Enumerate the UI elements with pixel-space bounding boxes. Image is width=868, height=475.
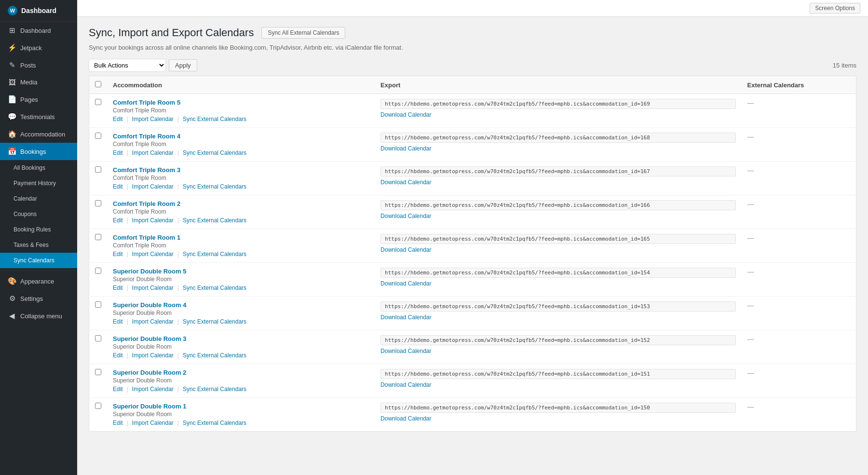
edit-link[interactable]: Edit [113,386,123,393]
sidebar-item-label: Testimonials [20,113,55,121]
export-url: https://hbdemo.getmotopress.com/w70z4tm2… [380,166,735,176]
download-calendar-link[interactable]: Download Calendar [380,314,431,321]
row-checkbox[interactable] [95,268,101,274]
download-calendar-link[interactable]: Download Calendar [380,213,431,219]
download-calendar-link[interactable]: Download Calendar [380,179,431,186]
edit-link[interactable]: Edit [113,217,123,224]
sync-external-link[interactable]: Sync External Calendars [183,285,246,291]
sync-external-link[interactable]: Sync External Calendars [183,217,246,224]
download-calendar-link[interactable]: Download Calendar [380,111,431,118]
select-all-header[interactable] [89,76,108,94]
row-checkbox[interactable] [95,200,101,206]
sync-external-link[interactable]: Sync External Calendars [183,149,246,156]
sidebar-item-collapse[interactable]: ◀ Collapse menu [0,307,77,325]
edit-link[interactable]: Edit [113,352,123,359]
sidebar-item-jetpack[interactable]: ⚡ Jetpack [0,39,77,56]
import-calendar-link[interactable]: Import Calendar [132,183,174,190]
sync-external-link[interactable]: Sync External Calendars [183,352,246,359]
apply-button[interactable]: Apply [169,59,197,71]
edit-link[interactable]: Edit [113,285,123,291]
sync-external-link[interactable]: Sync External Calendars [183,183,246,190]
download-calendar-link[interactable]: Download Calendar [380,145,431,152]
sidebar-item-coupons[interactable]: Coupons [0,206,77,222]
sync-external-link[interactable]: Sync External Calendars [183,420,246,426]
sync-external-link[interactable]: Sync External Calendars [183,318,246,325]
sidebar-item-media[interactable]: 🖼 Media [0,74,77,91]
import-calendar-link[interactable]: Import Calendar [132,420,174,426]
row-checkbox[interactable] [95,301,101,308]
sidebar-item-bookings[interactable]: 📅 Bookings [0,143,77,160]
row-checkbox[interactable] [95,335,101,341]
sidebar-item-posts[interactable]: ✎ Posts [0,56,77,74]
room-name-link[interactable]: Comfort Triple Room 1 [113,234,180,241]
download-calendar-link[interactable]: Download Calendar [380,348,431,354]
row-checkbox-cell[interactable] [89,162,108,195]
row-checkbox[interactable] [95,369,101,375]
row-checkbox[interactable] [95,234,101,240]
download-calendar-link[interactable]: Download Calendar [380,246,431,253]
import-calendar-link[interactable]: Import Calendar [132,251,174,258]
import-calendar-link[interactable]: Import Calendar [132,386,174,393]
edit-link[interactable]: Edit [113,149,123,156]
room-type: Comfort Triple Room [113,208,369,215]
sidebar-item-appearance[interactable]: 🎨 Appearance [0,272,77,290]
accommodation-cell: Comfort Triple Room 3 Comfort Triple Roo… [107,162,375,195]
edit-link[interactable]: Edit [113,420,123,426]
sidebar-item-settings[interactable]: ⚙ Settings [0,290,77,307]
import-calendar-link[interactable]: Import Calendar [132,285,174,291]
download-calendar-link[interactable]: Download Calendar [380,381,431,388]
row-checkbox-cell[interactable] [89,398,108,432]
row-checkbox[interactable] [95,403,101,409]
room-name-link[interactable]: Comfort Triple Room 3 [113,166,180,174]
edit-link[interactable]: Edit [113,318,123,325]
room-name-link[interactable]: Comfort Triple Room 5 [113,99,180,106]
import-calendar-link[interactable]: Import Calendar [132,116,174,122]
bulk-actions-select[interactable]: Bulk Actions [89,59,166,72]
edit-link[interactable]: Edit [113,116,123,122]
import-calendar-link[interactable]: Import Calendar [132,318,174,325]
sidebar-item-all-bookings[interactable]: All Bookings [0,160,77,176]
sidebar-item-payment-history[interactable]: Payment History [0,176,77,191]
row-checkbox[interactable] [95,166,101,173]
action-separator: | [177,149,179,156]
row-checkbox-cell[interactable] [89,229,108,263]
edit-link[interactable]: Edit [113,251,123,258]
import-calendar-link[interactable]: Import Calendar [132,352,174,359]
room-name-link[interactable]: Comfort Triple Room 2 [113,200,180,207]
room-name-link[interactable]: Comfort Triple Room 4 [113,133,180,140]
row-checkbox-cell[interactable] [89,94,108,128]
row-checkbox-cell[interactable] [89,263,108,297]
download-calendar-link[interactable]: Download Calendar [380,415,431,422]
sidebar-item-accommodation[interactable]: 🏠 Accommodation [0,125,77,143]
row-checkbox[interactable] [95,99,101,105]
room-name-link[interactable]: Superior Double Room 3 [113,335,186,342]
sync-external-link[interactable]: Sync External Calendars [183,386,246,393]
sidebar-item-testimonials[interactable]: 💬 Testimonials [0,108,77,125]
row-checkbox-cell[interactable] [89,297,108,330]
import-calendar-link[interactable]: Import Calendar [132,149,174,156]
room-name-link[interactable]: Superior Double Room 1 [113,403,186,410]
row-checkbox-cell[interactable] [89,128,108,162]
screen-options-button[interactable]: Screen Options [810,3,860,14]
sync-external-link[interactable]: Sync External Calendars [183,116,246,122]
room-name-link[interactable]: Superior Double Room 5 [113,268,186,275]
select-all-checkbox[interactable] [95,81,101,87]
sidebar-item-booking-rules[interactable]: Booking Rules [0,222,77,237]
row-checkbox-cell[interactable] [89,364,108,398]
row-checkbox[interactable] [95,133,101,139]
download-calendar-link[interactable]: Download Calendar [380,280,431,287]
sync-all-button[interactable]: Sync All External Calendars [261,27,345,39]
import-calendar-link[interactable]: Import Calendar [132,217,174,224]
row-checkbox-cell[interactable] [89,330,108,364]
edit-link[interactable]: Edit [113,183,123,190]
room-name-link[interactable]: Superior Double Room 2 [113,369,186,376]
sidebar-item-sync-calendars[interactable]: Sync Calendars [0,253,77,268]
sidebar-item-dashboard[interactable]: ⊞ Dashboard [0,22,77,39]
sync-external-link[interactable]: Sync External Calendars [183,251,246,258]
sidebar-logo[interactable]: W Dashboard [0,0,77,22]
room-name-link[interactable]: Superior Double Room 4 [113,301,186,309]
row-checkbox-cell[interactable] [89,195,108,229]
sidebar-item-taxes-fees[interactable]: Taxes & Fees [0,237,77,253]
sidebar-item-calendar[interactable]: Calendar [0,191,77,206]
sidebar-item-pages[interactable]: 📄 Pages [0,91,77,108]
